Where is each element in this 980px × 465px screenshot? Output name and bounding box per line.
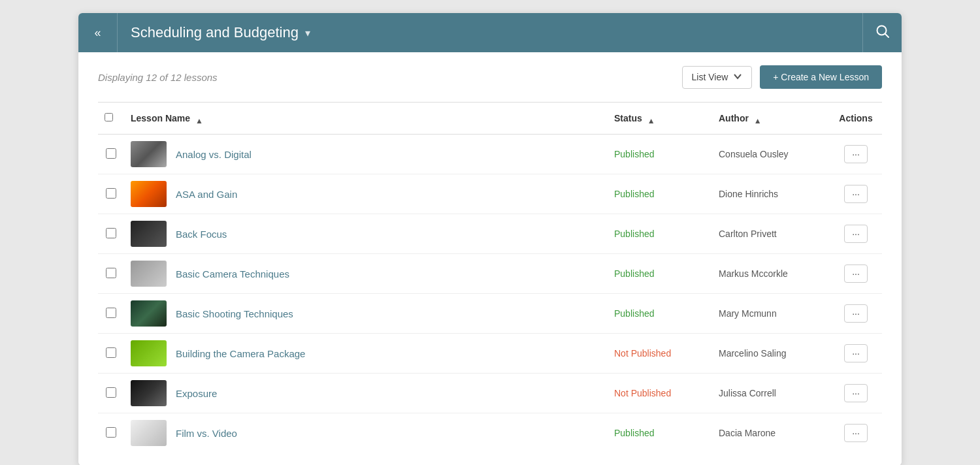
course-title-text: Scheduling and Budgeting [131, 24, 299, 41]
row-author-cell: Julissa Correll [712, 374, 830, 413]
row-name-cell: Film vs. Video [124, 413, 608, 453]
author-name: Dione Hinrichs [719, 189, 778, 199]
lesson-name[interactable]: Back Focus [176, 229, 227, 240]
lesson-name[interactable]: Basic Shooting Techniques [176, 308, 293, 319]
table-row: Building the Camera Package Not Publishe… [98, 334, 882, 374]
row-checkbox-cell [98, 135, 124, 174]
select-all-checkbox[interactable] [105, 113, 113, 121]
sort-author-icon[interactable]: ▲ [754, 116, 759, 121]
row-checkbox[interactable] [106, 387, 116, 398]
search-button[interactable] [862, 13, 902, 52]
row-actions-button[interactable]: ··· [844, 424, 868, 442]
lesson-name[interactable]: Basic Camera Techniques [176, 268, 289, 280]
row-checkbox[interactable] [106, 427, 116, 438]
row-actions-button[interactable]: ··· [844, 145, 868, 163]
status-badge: Published [614, 149, 655, 159]
lesson-name[interactable]: Building the Camera Package [176, 348, 305, 359]
lesson-name[interactable]: Analog vs. Digital [176, 149, 252, 160]
col-header-author: Author ▲ [712, 103, 830, 135]
row-actions-cell: ··· [830, 374, 882, 413]
display-info: Displaying 12 of 12 lessons [98, 72, 218, 83]
back-button[interactable]: « [78, 13, 118, 52]
lesson-thumbnail [131, 300, 167, 327]
author-name: Markus Mccorkle [719, 268, 788, 279]
lesson-thumbnail [131, 340, 167, 366]
header: « Scheduling and Budgeting ▾ [78, 13, 902, 52]
col-author-label: Author [719, 113, 749, 123]
row-author-cell: Dione Hinrichs [712, 174, 830, 214]
row-status-cell: Published [608, 174, 712, 214]
sort-status-icon[interactable]: ▲ [647, 116, 653, 121]
row-checkbox-cell [98, 214, 124, 254]
col-name-label: Lesson Name [131, 113, 190, 123]
row-status-cell: Published [608, 294, 712, 334]
row-checkbox-cell [98, 413, 124, 453]
table-row: Basic Shooting Techniques Published Mary… [98, 294, 882, 334]
create-lesson-button[interactable]: + Create a New Lesson [760, 65, 882, 89]
author-name: Carlton Privett [719, 229, 777, 239]
lesson-name[interactable]: Exposure [176, 388, 217, 399]
status-badge: Published [614, 268, 655, 279]
dropdown-chevron-icon [733, 72, 742, 83]
col-header-name: Lesson Name ▲ [124, 103, 608, 135]
row-name-cell: Analog vs. Digital [124, 135, 608, 174]
row-status-cell: Published [608, 254, 712, 294]
course-title-dropdown[interactable]: Scheduling and Budgeting ▾ [118, 13, 862, 52]
row-actions-button[interactable]: ··· [844, 344, 868, 362]
row-name-cell: Building the Camera Package [124, 334, 608, 374]
row-author-cell: Consuela Ousley [712, 135, 830, 174]
table-row: Analog vs. Digital Published Consuela Ou… [98, 135, 882, 174]
row-name-cell: Basic Camera Techniques [124, 254, 608, 294]
app-container: « Scheduling and Budgeting ▾ Displaying … [78, 13, 902, 465]
col-header-checkbox [98, 103, 124, 135]
row-status-cell: Published [608, 214, 712, 254]
lesson-name[interactable]: Film vs. Video [176, 428, 237, 439]
status-badge: Published [614, 428, 655, 438]
row-status-cell: Not Published [608, 334, 712, 374]
author-name: Dacia Marone [719, 428, 776, 438]
row-status-cell: Published [608, 135, 712, 174]
view-dropdown[interactable]: List View [682, 66, 753, 89]
row-author-cell: Carlton Privett [712, 214, 830, 254]
table-row: Film vs. Video Published Dacia Marone ··… [98, 413, 882, 453]
row-author-cell: Marcelino Saling [712, 334, 830, 374]
lessons-table: Lesson Name ▲ Status ▲ Author ▲ Actions [98, 103, 882, 453]
table-row: Exposure Not Published Julissa Correll ·… [98, 374, 882, 413]
author-name: Marcelino Saling [719, 348, 787, 359]
row-actions-button[interactable]: ··· [844, 185, 868, 203]
row-author-cell: Dacia Marone [712, 413, 830, 453]
row-actions-button[interactable]: ··· [844, 304, 868, 323]
lesson-name[interactable]: ASA and Gain [176, 189, 237, 200]
row-checkbox[interactable] [106, 347, 116, 358]
status-badge: Published [614, 308, 655, 319]
row-actions-button[interactable]: ··· [844, 384, 868, 402]
col-header-status: Status ▲ [608, 103, 712, 135]
row-checkbox-cell [98, 334, 124, 374]
back-icon: « [94, 26, 101, 40]
col-header-actions: Actions [830, 103, 882, 135]
table-row: ASA and Gain Published Dione Hinrichs ··… [98, 174, 882, 214]
author-name: Consuela Ousley [719, 149, 789, 159]
row-checkbox[interactable] [106, 188, 116, 199]
row-actions-cell: ··· [830, 254, 882, 294]
lesson-thumbnail [131, 181, 167, 207]
row-name-cell: Exposure [124, 374, 608, 413]
row-checkbox[interactable] [106, 148, 116, 159]
status-badge: Published [614, 229, 655, 239]
row-name-cell: Basic Shooting Techniques [124, 294, 608, 334]
row-checkbox[interactable] [106, 308, 116, 318]
lesson-thumbnail [131, 380, 167, 406]
row-status-cell: Published [608, 413, 712, 453]
lesson-thumbnail [131, 141, 167, 167]
row-actions-cell: ··· [830, 334, 882, 374]
row-author-cell: Mary Mcmunn [712, 294, 830, 334]
table-row: Back Focus Published Carlton Privett ··· [98, 214, 882, 254]
toolbar: Displaying 12 of 12 lessons List View + … [78, 52, 902, 102]
row-checkbox[interactable] [106, 228, 116, 238]
row-actions-cell: ··· [830, 174, 882, 214]
row-checkbox[interactable] [106, 268, 116, 278]
sort-name-icon[interactable]: ▲ [195, 116, 201, 121]
svg-line-1 [885, 33, 889, 37]
row-actions-button[interactable]: ··· [844, 265, 868, 283]
row-actions-button[interactable]: ··· [844, 225, 868, 243]
